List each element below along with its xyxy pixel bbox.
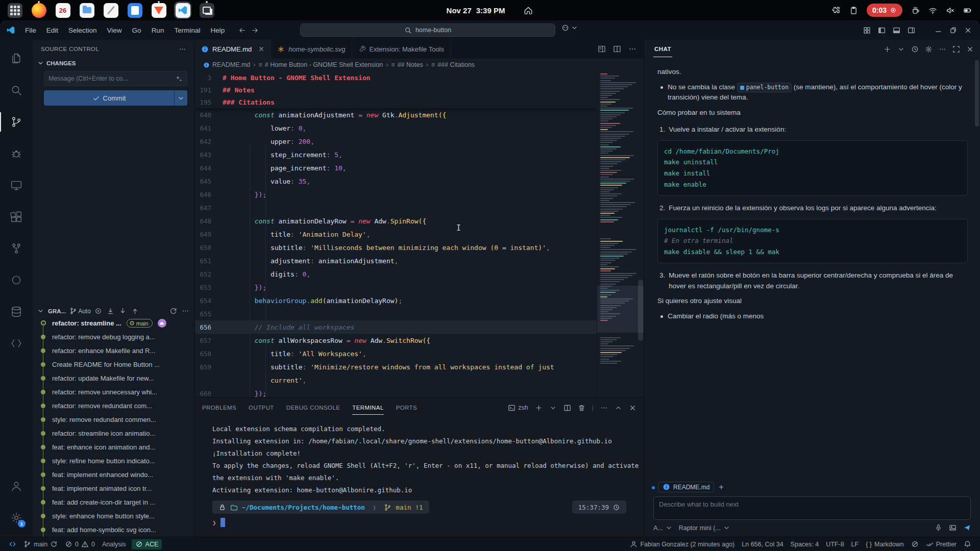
chevron-down-icon[interactable] — [549, 404, 557, 412]
commit-row[interactable]: refactor: remove redundant com... — [33, 399, 194, 413]
formatter-status[interactable]: Prettier — [922, 540, 960, 548]
close-panel-icon[interactable] — [629, 404, 636, 412]
commit-row[interactable]: feat: enhance icon animation and... — [33, 440, 194, 454]
eol-status[interactable]: LF — [848, 541, 863, 548]
commit-row[interactable]: style: enhance home button style... — [33, 509, 194, 523]
model-picker-dropdown[interactable]: Raptor mini (... — [679, 524, 730, 532]
volume-muted-icon[interactable] — [946, 6, 954, 15]
open-changes-icon[interactable] — [598, 45, 606, 53]
problems-status[interactable]: 0 0 — [61, 537, 99, 551]
wifi-icon[interactable] — [928, 6, 937, 15]
toggle-secondary-sidebar-icon[interactable] — [908, 27, 915, 34]
attachment-chip[interactable]: README.md — [658, 482, 714, 492]
sticky-scroll[interactable]: 3# Home Button - GNOME Shell Extension19… — [195, 71, 597, 108]
activity-item-copilot[interactable] — [0, 264, 33, 296]
commit-row[interactable]: refactor: streamline ...main — [33, 316, 194, 330]
chat-scrollbar[interactable] — [975, 60, 979, 127]
pull-icon[interactable] — [119, 307, 127, 315]
chevron-down-icon[interactable] — [897, 45, 905, 53]
encoding-status[interactable]: UTF-8 — [822, 541, 847, 548]
notifications-status[interactable] — [960, 540, 975, 548]
home-extension-button[interactable] — [523, 5, 533, 15]
activity-item-database[interactable] — [0, 296, 33, 328]
microphone-icon[interactable] — [935, 524, 942, 532]
code-line[interactable]: 648 const animationDelayRow = new Adw.Sp… — [195, 214, 597, 228]
dock-app-text-editor[interactable] — [102, 2, 119, 19]
commit-row[interactable]: refactor: streamline icon animatio... — [33, 427, 194, 440]
terminal-profile[interactable]: zsh — [508, 404, 528, 412]
panel-tab-terminal[interactable]: TERMINAL — [352, 398, 383, 417]
commit-row[interactable]: feat: implement animated icon tr... — [33, 482, 194, 495]
close-chat-icon[interactable] — [966, 45, 974, 53]
commit-dropdown[interactable] — [174, 90, 187, 106]
recording-indicator[interactable]: 0:03 — [867, 4, 902, 17]
tab-home-symbolic-svg[interactable]: home-symbolic.svg — [271, 40, 352, 58]
push-icon[interactable] — [131, 307, 139, 315]
code-line[interactable]: 643 step_increment: 5, — [195, 148, 597, 161]
chat-conversation[interactable]: nativos.No se cambia la clase panel-butt… — [644, 58, 980, 478]
more-actions-icon[interactable] — [600, 404, 608, 412]
sticky-line[interactable]: 191## Notes — [195, 84, 597, 96]
commit-row[interactable]: refactor: remove debug logging a... — [33, 330, 194, 344]
chat-code-block[interactable]: journalctl -f /usr/bin/gnome-s# En otra … — [657, 219, 968, 264]
panel-tab-output[interactable]: OUTPUT — [249, 398, 274, 417]
panel-tab-debug-console[interactable]: DEBUG CONSOLE — [286, 398, 340, 417]
customize-layout-icon[interactable] — [863, 27, 871, 34]
kill-terminal-icon[interactable] — [578, 404, 585, 412]
battery-icon[interactable] — [963, 6, 972, 15]
dock-app-vscode[interactable] — [174, 2, 191, 19]
code-line[interactable]: 649 title: 'Animation Delay', — [195, 228, 597, 241]
breadcrumb-item[interactable]: ≡## Notes — [391, 61, 423, 68]
code-line[interactable]: 654 behaviorGroup.add(animationDelayRow)… — [195, 294, 597, 307]
refresh-icon[interactable] — [169, 307, 177, 315]
menu-help[interactable]: Help — [206, 24, 229, 36]
activity-item-extensions[interactable] — [0, 201, 33, 233]
cursor-position-status[interactable]: Ln 656, Col 34 — [738, 541, 787, 548]
tab-readme-md[interactable]: README.md — [195, 40, 271, 58]
changes-section-header[interactable]: CHANGES — [33, 58, 194, 68]
code-line[interactable]: 645 value: 35, — [195, 174, 597, 188]
target-icon[interactable] — [94, 307, 102, 315]
go-back-icon[interactable] — [238, 27, 246, 34]
window-restore-icon[interactable] — [949, 27, 957, 34]
toggle-sidebar-icon[interactable] — [878, 27, 886, 34]
menu-selection[interactable]: Selection — [64, 24, 102, 36]
analysis-status[interactable]: Analysis — [99, 537, 130, 551]
breadcrumb-item[interactable]: ≡# Home Button - GNOME Shell Extension — [259, 61, 383, 68]
activity-item-accounts[interactable] — [0, 470, 33, 502]
go-forward-icon[interactable] — [251, 27, 259, 34]
activity-item-source-control[interactable] — [0, 106, 33, 138]
dock-app-boxes[interactable] — [198, 2, 215, 19]
code-line[interactable]: 640 const animationAdjustment = new Gtk.… — [195, 108, 597, 121]
dock-app-firefox[interactable] — [30, 2, 47, 19]
code-line[interactable]: 642 upper: 200, — [195, 135, 597, 148]
minimap[interactable] — [597, 71, 644, 397]
breadcrumb[interactable]: README.md›≡# Home Button - GNOME Shell E… — [195, 58, 644, 71]
activity-item-remote-explorer[interactable] — [0, 169, 33, 201]
minimap-slider[interactable] — [597, 286, 644, 333]
commit-row[interactable]: feat: add create-icon-dir target in ... — [33, 495, 194, 509]
code-line[interactable]: 658 title: 'All Workspaces', — [195, 347, 597, 360]
git-blame-status[interactable]: Fabian Gonzalez (2 minutes ago) — [626, 540, 738, 548]
graph-repo-picker[interactable]: Auto — [69, 307, 91, 315]
language-mode-status[interactable]: { } Markdown — [862, 541, 908, 548]
copilot-menu-button[interactable] — [561, 24, 578, 32]
commit-button[interactable]: Commit — [44, 90, 187, 106]
branch-status[interactable]: main — [20, 537, 61, 551]
code-line[interactable]: 646 }); — [195, 188, 597, 201]
history-icon[interactable] — [911, 45, 919, 53]
agent-mode-dropdown[interactable]: A... — [653, 524, 673, 532]
expand-chat-icon[interactable] — [952, 45, 960, 53]
commit-row[interactable]: refactor: update Makefile for new... — [33, 371, 194, 385]
chat-tab[interactable]: CHAT — [653, 41, 672, 57]
activity-item-repo-forked[interactable] — [0, 233, 33, 264]
menu-terminal[interactable]: Terminal — [169, 24, 205, 36]
sticky-line[interactable]: 195### Citations — [195, 96, 597, 108]
activity-item-explorer[interactable] — [0, 43, 33, 74]
dock-app-calendar[interactable]: 26 — [54, 2, 71, 19]
toggle-panel-icon[interactable] — [893, 27, 900, 34]
window-close-icon[interactable] — [964, 27, 972, 34]
code-line[interactable]: 652 digits: 0, — [195, 267, 597, 281]
sticky-line[interactable]: 3# Home Button - GNOME Shell Extension — [195, 71, 597, 84]
code-line[interactable]: 655 — [195, 307, 597, 320]
